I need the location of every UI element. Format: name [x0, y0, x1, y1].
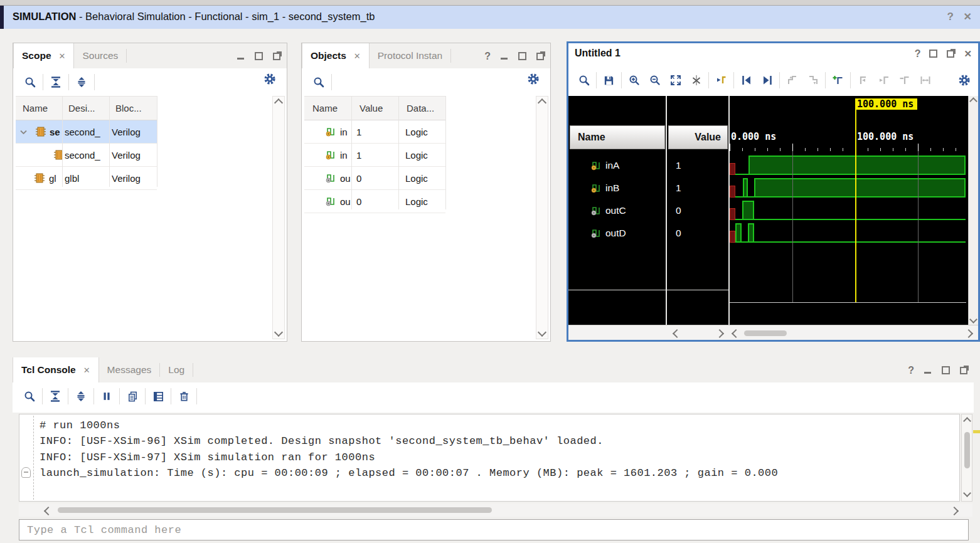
wave-trace-outC[interactable] [730, 199, 966, 222]
column-divider[interactable] [62, 96, 63, 187]
maximize-icon[interactable] [518, 51, 527, 61]
wave-signal-inA[interactable]: inA [568, 154, 666, 177]
span-markers-icon[interactable] [915, 74, 935, 87]
scroll-left-icon[interactable] [673, 329, 681, 338]
tab-close-icon[interactable]: ✕ [59, 51, 66, 61]
name-value-divider[interactable] [666, 96, 667, 325]
tab-close-icon[interactable]: ✕ [354, 51, 361, 61]
tab-tcl-console[interactable]: Tcl Console ✕ [13, 357, 99, 383]
previous-marker-icon[interactable] [853, 74, 873, 87]
search-icon[interactable] [19, 390, 40, 403]
column-header-block-type[interactable]: Bloc... [115, 97, 142, 120]
float-icon[interactable] [272, 51, 282, 61]
save-icon[interactable] [599, 75, 619, 87]
object-row-outC[interactable]: ou 0 Logic [304, 167, 445, 190]
scope-row-second-system-tb[interactable]: se second_ Verilog [16, 120, 157, 144]
scroll-right-icon[interactable] [715, 329, 724, 338]
time-cursor-line[interactable] [855, 109, 856, 302]
column-header-name[interactable]: Name [23, 97, 48, 120]
scope-vertical-scrollbar[interactable] [272, 96, 285, 339]
column-divider[interactable] [398, 96, 399, 209]
cursor-time-label[interactable]: 100.000 ns [855, 98, 917, 110]
expand-all-icon[interactable] [71, 76, 92, 88]
scrollbar-thumb[interactable] [744, 330, 787, 336]
scroll-down-icon[interactable] [969, 315, 977, 324]
scroll-right-icon[interactable] [950, 507, 959, 515]
wave-vertical-scrollbar[interactable] [968, 96, 978, 325]
waveform-plot[interactable]: 0.000 ns 100.000 ns 100.000 ns [730, 96, 966, 325]
settings-gear-icon[interactable] [954, 73, 974, 87]
close-icon[interactable]: ✕ [964, 49, 972, 58]
scroll-down-icon[interactable] [963, 489, 971, 497]
scope-row-uut[interactable]: second_ Verilog [16, 144, 157, 167]
scroll-left-icon[interactable] [732, 329, 740, 338]
scroll-up-icon[interactable] [538, 98, 546, 107]
tab-sources[interactable]: Sources [74, 43, 126, 68]
minimize-icon[interactable] [923, 366, 932, 375]
column-header-name[interactable]: Name [312, 97, 338, 120]
column-divider[interactable] [445, 96, 446, 209]
next-marker-icon[interactable] [873, 74, 894, 87]
go-to-time-icon[interactable] [711, 74, 732, 87]
code-fold-icon[interactable] [21, 467, 31, 478]
maximize-icon[interactable] [929, 49, 938, 58]
pause-output-icon[interactable] [96, 391, 117, 402]
tab-close-icon[interactable]: ✕ [83, 366, 90, 375]
column-header-data-type[interactable]: Data... [407, 97, 434, 120]
column-divider[interactable] [157, 96, 157, 187]
collapse-all-icon[interactable] [45, 390, 66, 403]
wave-signal-outD[interactable]: outD [568, 222, 666, 245]
console-horizontal-scrollbar[interactable] [19, 503, 972, 517]
object-row-inA[interactable]: in 1 Logic [304, 120, 445, 144]
scroll-down-icon[interactable] [538, 328, 546, 337]
float-icon[interactable] [536, 51, 545, 61]
object-row-inB[interactable]: in 1 Logic [304, 144, 445, 167]
console-vertical-scrollbar[interactable] [961, 414, 972, 502]
scrollbar-thumb[interactable] [58, 507, 492, 513]
chevron-down-icon[interactable] [20, 130, 27, 134]
zoom-in-icon[interactable] [624, 74, 644, 87]
help-icon[interactable]: ? [908, 366, 914, 375]
tcl-command-input[interactable] [19, 519, 969, 540]
help-icon[interactable]: ? [484, 51, 491, 61]
scroll-up-icon[interactable] [274, 98, 283, 107]
tab-protocol-instances[interactable]: Protocol Instan [370, 43, 450, 68]
wave-signal-inB[interactable]: inB [568, 177, 666, 199]
settings-gear-icon[interactable] [526, 72, 540, 86]
search-icon[interactable] [308, 76, 329, 88]
collapse-all-icon[interactable] [45, 76, 67, 88]
column-header-value[interactable]: Value [360, 97, 383, 120]
tab-objects[interactable]: Objects ✕ [302, 43, 370, 69]
tab-scope[interactable]: Scope ✕ [13, 43, 74, 69]
wave-horizontal-scrollbar[interactable] [568, 325, 978, 340]
float-icon[interactable] [959, 366, 969, 375]
wave-trace-inA[interactable] [730, 154, 966, 177]
zoom-fit-icon[interactable] [665, 74, 686, 87]
scope-row-glbl[interactable]: gl glbl Verilog [16, 167, 157, 190]
add-marker-icon[interactable] [828, 74, 848, 87]
column-header-design-unit[interactable]: Desi... [68, 97, 95, 120]
tcl-console-output[interactable]: # run 1000nsINFO: [USF-XSim-96] XSim com… [19, 414, 960, 502]
wave-name-header[interactable]: Name [570, 125, 665, 149]
remove-cursor-icon[interactable] [686, 74, 706, 87]
close-icon[interactable]: ✕ [964, 11, 972, 23]
scroll-up-icon[interactable] [969, 97, 977, 105]
copy-icon[interactable] [122, 391, 143, 403]
swap-next-icon[interactable] [802, 74, 823, 87]
scroll-right-icon[interactable] [964, 329, 973, 338]
expand-all-icon[interactable] [70, 390, 92, 403]
object-row-outD[interactable]: ou 0 Logic [304, 190, 445, 213]
objects-vertical-scrollbar[interactable] [536, 96, 548, 339]
settings-gear-icon[interactable] [263, 72, 277, 86]
scrollbar-thumb[interactable] [964, 432, 970, 468]
report-table-icon[interactable] [147, 391, 169, 403]
previous-transition-icon[interactable] [736, 74, 757, 87]
clear-trash-icon[interactable] [173, 391, 194, 403]
remove-marker-icon[interactable] [894, 74, 915, 87]
minimize-icon[interactable] [499, 51, 509, 61]
maximize-icon[interactable] [941, 366, 951, 375]
wave-trace-inB[interactable] [730, 177, 966, 199]
tab-messages[interactable]: Messages [99, 357, 160, 382]
scroll-down-icon[interactable] [274, 328, 283, 337]
column-divider[interactable] [109, 96, 110, 187]
